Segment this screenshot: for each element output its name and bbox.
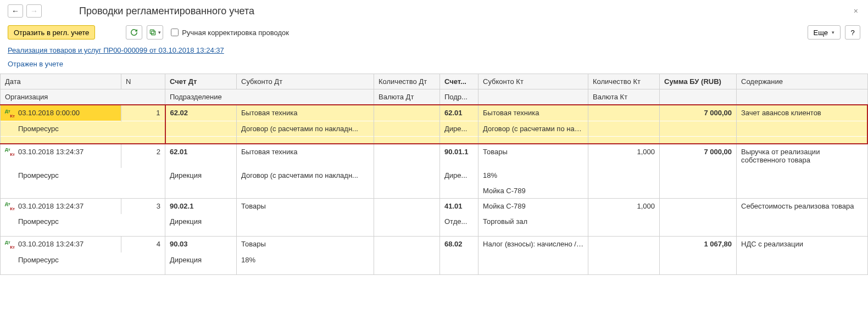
cell-qty-dt [374,144,440,168]
cell-cur-dt [374,214,440,229]
cell-dept-kt [440,252,478,267]
svg-rect-0 [152,31,155,35]
table-row[interactable]: ПромресурсДоговор (с расчетами по наклад… [1,121,868,136]
copy-button[interactable]: ▾ [147,25,163,40]
chevron-down-icon: ▾ [832,30,834,35]
cell-dept-dt: Дирекция [165,214,237,229]
table-row[interactable]: 03.10.2018 13:24:37390.02.1Товары41.01Мо… [1,198,868,214]
more-button[interactable]: Еще▾ [808,25,841,40]
refresh-button[interactable] [126,25,142,40]
cell-n: 3 [121,198,165,214]
dtkt-icon [5,203,15,210]
cell-dept-dt: Дирекция [165,167,237,183]
col-sub-dt[interactable]: Субконто Дт [237,74,374,89]
cell-sub-dt-2: 18% [237,252,374,267]
cell-acct-kt: 68.02 [440,237,478,252]
cell-qty-dt [374,237,440,252]
cell-cur-kt [588,167,660,183]
cell-acct-dt: 90.02.1 [165,198,237,214]
cell-acct-dt: 62.02 [165,105,237,121]
cell-acct-kt: 41.01 [440,198,478,214]
table-row[interactable] [1,229,868,237]
col-acct-dt[interactable]: Счет Дт [165,74,237,89]
table-row[interactable]: 03.10.2018 13:24:37262.01Бытовая техника… [1,144,868,168]
page-title: Проводки регламентированного учета [79,5,254,17]
cell-cur-dt [374,167,440,183]
cell-sub-kt-3 [478,229,588,237]
cell-sub-dt-3 [237,136,374,144]
cell-qty-kt: 1,000 [588,198,660,214]
cell-org: Промресурс [1,167,165,183]
close-icon[interactable]: × [852,7,860,15]
cell-sub-kt-3 [478,267,588,274]
cell-cur-kt [588,252,660,267]
cell-sub-kt-2: Договор (с расчетами по накла... [478,121,588,136]
col-cur-dt[interactable]: Валюта Дт [374,89,440,105]
col-cur-kt[interactable]: Валюта Кт [588,89,660,105]
cell-sub-dt: Бытовая техника [237,144,374,168]
cell-dept-kt: Дире... [440,121,478,136]
cell-acct-dt: 62.01 [165,144,237,168]
refresh-icon [130,29,138,36]
cell-sub-dt-2 [237,214,374,229]
cell-cur-kt [588,214,660,229]
table-row[interactable]: ПромресурсДирекцияДоговор (с расчетами п… [1,167,868,183]
col-dept-kt[interactable]: Подр... [440,89,478,105]
cell-date: 03.10.2018 13:24:37 [1,237,121,252]
col-acct-kt[interactable]: Счет... [440,74,478,89]
cell-n: 1 [121,105,165,121]
cell-sub-kt: Налог (взносы): начислено / уп... [478,237,588,252]
col-n[interactable]: N [121,74,165,89]
col-qty-dt[interactable]: Количество Дт [374,74,440,89]
cell-cur-dt [374,252,440,267]
nav-back-button[interactable]: ← [8,4,23,18]
document-link[interactable]: Реализация товаров и услуг ПР00-000099 о… [8,46,224,54]
cell-date: 03.10.2018 13:24:37 [1,144,121,168]
dtkt-icon [5,148,15,156]
postings-table: Дата N Счет Дт Субконто Дт Количество Дт… [0,74,868,275]
reflect-button[interactable]: Отразить в регл. учете [8,25,95,40]
dtkt-icon [5,110,15,117]
cell-sub-dt-3 [237,267,374,274]
help-button[interactable]: ? [845,25,860,40]
cell-desc: НДС с реализации [737,237,868,252]
manual-correction-checkbox[interactable] [171,29,179,36]
col-sum[interactable]: Сумма БУ (RUB) [660,74,737,89]
col-date[interactable]: Дата [1,74,121,89]
cell-sub-kt: Товары [478,144,588,168]
manual-correction-label: Ручная корректировка проводок [182,29,289,37]
col-dept[interactable]: Подразделение [165,89,374,105]
svg-rect-1 [151,30,154,33]
col-desc[interactable]: Содержание [737,74,868,89]
cell-cur-dt [374,121,440,136]
col-qty-kt[interactable]: Количество Кт [588,74,660,89]
cell-sum: 7 000,00 [660,144,737,168]
table-row[interactable]: 03.10.2018 13:24:37490.03Товары68.02Нало… [1,237,868,252]
manual-correction-checkbox-wrap[interactable]: Ручная корректировка проводок [171,29,289,37]
table-row[interactable] [1,136,868,144]
cell-desc: Выручка от реализации собственного товар… [737,144,868,168]
table-row[interactable]: ПромресурсДирекцияОтде...Торговый зал [1,214,868,229]
table-row[interactable] [1,267,868,274]
cell-sub-dt: Товары [237,237,374,252]
cell-sub-kt: Мойка С-789 [478,198,588,214]
cell-n: 2 [121,144,165,168]
cell-org: Промресурс [1,121,165,136]
cell-sub-dt-3 [237,183,374,198]
cell-sub-kt-3 [478,136,588,144]
cell-qty-dt [374,198,440,214]
cell-sub-dt-2: Договор (с расчетами по накладн... [237,121,374,136]
cell-acct-kt: 62.01 [440,105,478,121]
table-row[interactable]: ПромресурсДирекция18% [1,252,868,267]
table-row[interactable]: 03.10.2018 0:00:00162.02Бытовая техника6… [1,105,868,121]
col-sub-kt[interactable]: Субконто Кт [478,74,588,89]
cell-desc: Себестоимость реализова товара [737,198,868,214]
cell-sub-dt: Товары [237,198,374,214]
cell-sum [660,198,737,214]
col-org[interactable]: Организация [1,89,165,105]
cell-qty-kt: 1,000 [588,144,660,168]
cell-sub-kt-2: 18% [478,167,588,183]
nav-forward-button[interactable]: → [26,4,42,18]
table-row[interactable]: Мойка С-789 [1,183,868,198]
status-text: Отражен в учете [0,58,868,74]
